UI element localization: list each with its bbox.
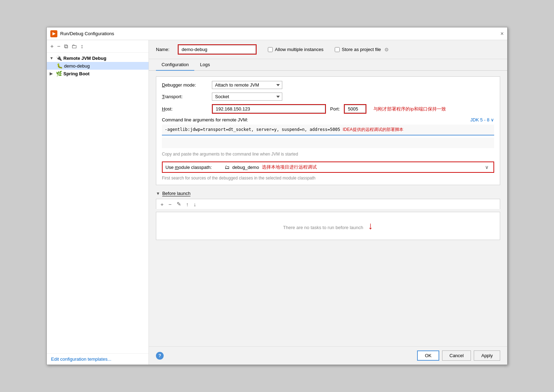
footer-left: ? [156,352,164,360]
cmd-hint: Copy and paste the arguments to the comm… [162,150,494,158]
before-launch-remove-button[interactable]: − [167,201,173,208]
chevron-down-icon: ▼ [50,56,55,60]
debugger-mode-row: Debugger mode: Attach to remote JVM List… [162,81,494,89]
title-bar: ▶ Run/Debug Configurations × [47,27,507,40]
host-label: Host: [162,106,208,112]
module-label: Use module classpath: [165,165,222,170]
chevron-right-icon: ▶ [50,71,55,76]
sidebar: + − ⧉ 🗀 ↕ ▼ 🔌 Remote JVM Debug 🐛 demo-de… [47,40,149,365]
cmd-label: Command line arguments for remote JVM: [162,117,248,122]
before-launch-header[interactable]: ▼ Before launch [156,191,500,196]
debugger-mode-select[interactable]: Attach to remote JVM Listen to remote JV… [212,81,282,89]
remote-jvm-debug-label: Remote JVM Debug [63,56,106,61]
port-input[interactable] [345,105,366,113]
transport-select[interactable]: Socket Shared memory [212,93,282,101]
copy-config-button[interactable]: ⧉ [63,43,69,50]
main-content: Debugger mode: Attach to remote JVM List… [149,71,507,346]
cancel-button[interactable]: Cancel [442,350,471,361]
idea-annotation: IDEA提供的远程调试的部署脚本 [343,127,403,132]
spring-boot-icon: 🌿 [56,71,62,76]
debugger-mode-label: Debugger mode: [162,82,208,88]
main-area: Name: Allow multiple instances Store as … [149,40,507,365]
cmd-extra-area [162,138,494,148]
down-arrow-icon: ↓ [368,220,373,232]
config-section: Debugger mode: Attach to remote JVM List… [156,76,500,185]
host-port-row: Host: Port: 与刚才部署程序的ip和端口保持一致 [162,104,494,114]
run-debug-dialog: ▶ Run/Debug Configurations × + − ⧉ 🗀 ↕ ▼… [46,27,508,365]
cmd-section: Command line arguments for remote JVM: J… [162,117,494,158]
tabs-bar: Configuration Logs [149,59,507,71]
before-launch-down-button[interactable]: ↓ [192,201,198,208]
jdk-link[interactable]: JDK 5 - 8 ∨ [470,117,494,122]
module-select-wrapper: 选择本地项目进行远程调试 [262,164,480,170]
before-launch-add-button[interactable]: + [159,201,165,208]
cmd-area: -agentlib:jdwp=transport=dt_socket, serv… [162,125,494,135]
host-input-wrapper [212,104,326,114]
tab-logs[interactable]: Logs [194,59,215,71]
before-launch-edit-button[interactable]: ✎ [175,201,183,208]
footer-right: OK Cancel Apply [417,350,500,361]
module-section: Use module classpath: 🗂 debug_demo 选择本地项… [162,162,494,181]
name-input-border [178,44,257,55]
sort-config-button[interactable]: ↕ [80,43,84,50]
transport-row: Transport: Socket Shared memory [162,93,494,101]
debug-group-icon: 🔌 [56,55,62,61]
transport-label: Transport: [162,94,208,99]
dialog-body: + − ⧉ 🗀 ↕ ▼ 🔌 Remote JVM Debug 🐛 demo-de… [47,40,507,365]
module-name: debug_demo [232,165,259,170]
sidebar-item-spring-boot[interactable]: ▶ 🌿 Spring Boot [47,70,149,77]
no-tasks-label: There are no tasks to run before launch … [283,220,373,232]
cmd-header-row: Command line arguments for remote JVM: J… [162,117,494,122]
before-launch-up-button[interactable]: ↑ [185,201,190,208]
allow-multiple-checkbox[interactable] [268,47,273,52]
allow-multiple-group: Allow multiple instances [268,47,323,52]
store-as-project-label: Store as project file [342,47,381,52]
before-launch-label: Before launch [162,191,190,196]
close-button[interactable]: × [501,31,504,37]
cmd-text: -agentlib:jdwp=transport=dt_socket, serv… [165,127,343,132]
host-annotation: 与刚才部署程序的ip和端口保持一致 [373,106,446,112]
sidebar-item-demo-debug[interactable]: 🐛 demo-debug [47,62,149,70]
port-label: Port: [330,106,340,112]
store-as-project-checkbox[interactable] [335,47,340,52]
module-hint: First search for sources of the debugged… [162,174,494,181]
gear-icon[interactable]: ⚙ [384,47,389,52]
module-icon: 🗂 [225,164,229,170]
port-input-wrapper [344,104,366,114]
name-label: Name: [156,47,174,52]
before-launch-toolbar: + − ✎ ↑ ↓ [156,199,500,209]
config-icon: 🐛 [57,63,63,69]
before-launch-section: ▼ Before launch + − ✎ ↑ ↓ There are no t… [156,191,500,240]
edit-templates-link[interactable]: Edit configuration templates... [51,356,111,362]
collapse-icon: ▼ [156,191,160,196]
folder-config-button[interactable]: 🗀 [71,43,78,50]
ok-button[interactable]: OK [417,350,439,361]
host-input[interactable] [213,105,325,113]
name-input[interactable] [178,45,256,54]
store-as-project-group: Store as project file ⚙ [335,47,389,52]
module-dropdown-button[interactable]: ∨ [483,164,491,171]
sidebar-tree: ▼ 🔌 Remote JVM Debug 🐛 demo-debug ▶ 🌿 Sp… [47,53,149,353]
apply-button[interactable]: Apply [474,350,500,361]
remove-config-button[interactable]: − [56,43,61,50]
module-row: Use module classpath: 🗂 debug_demo 选择本地项… [162,162,494,173]
before-launch-content: There are no tasks to run before launch … [156,212,500,240]
allow-multiple-label: Allow multiple instances [275,47,323,52]
add-config-button[interactable]: + [50,43,54,50]
tab-configuration[interactable]: Configuration [156,59,194,71]
spring-boot-label: Spring Boot [63,71,89,76]
module-chinese: 选择本地项目进行远程调试 [262,164,317,170]
dialog-footer: ? OK Cancel Apply [149,346,507,365]
app-icon: ▶ [50,30,57,37]
title-bar-left: ▶ Run/Debug Configurations [50,30,114,37]
demo-debug-label: demo-debug [64,63,90,69]
dialog-title: Run/Debug Configurations [60,31,114,36]
sidebar-footer: Edit configuration templates... [47,353,149,365]
sidebar-item-remote-jvm-debug[interactable]: ▼ 🔌 Remote JVM Debug [47,54,149,62]
name-row: Name: Allow multiple instances Store as … [149,40,507,59]
sidebar-toolbar: + − ⧉ 🗀 ↕ [47,40,149,53]
help-button[interactable]: ? [156,352,164,360]
